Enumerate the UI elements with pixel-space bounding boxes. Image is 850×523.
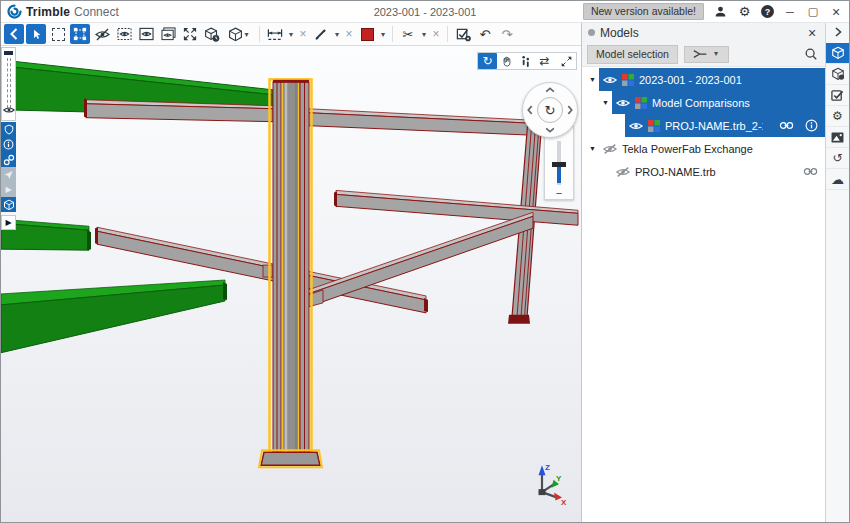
- search-icon[interactable]: [802, 47, 820, 61]
- model-cube-button[interactable]: [1, 197, 16, 212]
- model-selection-button[interactable]: Model selection: [587, 45, 678, 64]
- close-button[interactable]: ×: [829, 4, 843, 20]
- hide-object-button[interactable]: [92, 24, 112, 44]
- model-history-button[interactable]: [202, 24, 222, 44]
- maximize-button[interactable]: ▢: [806, 5, 820, 18]
- orbit-center-button[interactable]: ↻: [537, 97, 563, 123]
- markup-pen-button[interactable]: [311, 24, 331, 44]
- fit-view-button[interactable]: [180, 24, 200, 44]
- right-panel-strip: ⚙ ↺ ☁: [825, 23, 849, 522]
- visibility-eye-icon[interactable]: [629, 120, 643, 132]
- minimize-button[interactable]: ─: [783, 6, 797, 18]
- collapse-panel-chevron-icon[interactable]: [826, 23, 849, 41]
- look-around-button[interactable]: ⇄: [535, 53, 554, 69]
- fullscreen-button[interactable]: [557, 53, 576, 69]
- toolbar-separator: [447, 26, 448, 42]
- zoom-slider-track[interactable]: [557, 141, 561, 185]
- tree-row-body[interactable]: PROJ-NAME.trb_2-1 - (diff).trb: [625, 114, 825, 137]
- pan-mode-button[interactable]: [497, 53, 516, 69]
- visibility-eye-icon[interactable]: [3, 101, 15, 119]
- models-tab-icon[interactable]: [826, 43, 849, 64]
- app-window: Trimble Connect 2023-001 - 2023-001 New …: [0, 0, 850, 523]
- selected-column[interactable]: [259, 79, 322, 467]
- show-selection-only-button[interactable]: [114, 24, 134, 44]
- tree-row[interactable]: PROJ-NAME.trb: [582, 160, 825, 183]
- show-layers-button[interactable]: [158, 24, 178, 44]
- select-cursor-button[interactable]: [26, 24, 46, 44]
- info-button[interactable]: [1, 137, 16, 152]
- link-button[interactable]: [1, 152, 16, 167]
- views-tab-icon[interactable]: [826, 127, 849, 148]
- tree-row-body[interactable]: Tekla PowerFab Exchange: [599, 137, 825, 160]
- section-caret-icon[interactable]: ▾: [420, 30, 428, 39]
- twisty-spacer: [612, 114, 625, 137]
- model-tree: ▼2023-001 - 2023-001▼Model ComparisonsPR…: [582, 66, 825, 522]
- expand-stack-button[interactable]: ▶: [1, 215, 16, 230]
- properties-tab-icon[interactable]: ⚙: [826, 106, 849, 127]
- section-cut-button[interactable]: ✂: [398, 24, 418, 44]
- shared-link-icon[interactable]: [779, 121, 794, 130]
- panel-close-icon[interactable]: ×: [805, 25, 819, 41]
- zoom-slider-handle[interactable]: [552, 162, 566, 167]
- measure-clear-icon[interactable]: ×: [297, 27, 309, 41]
- zoom-out-button[interactable]: −: [556, 187, 562, 199]
- sync-cloud-icon[interactable]: ☁: [826, 169, 849, 190]
- area-select-button[interactable]: [70, 24, 90, 44]
- tree-row[interactable]: ▼Model Comparisons: [582, 91, 825, 114]
- back-button[interactable]: [4, 24, 24, 44]
- pen-caret-icon[interactable]: ▾: [333, 30, 341, 39]
- update-available-button[interactable]: New version available!: [583, 3, 704, 20]
- measure-caret-icon[interactable]: ▾: [287, 30, 295, 39]
- walk-mode-button[interactable]: [516, 53, 535, 69]
- zoom-slider-fill: [557, 165, 561, 183]
- tree-row-body[interactable]: 2023-001 - 2023-001: [599, 68, 825, 91]
- markup-color-button[interactable]: [357, 24, 377, 44]
- slider-handle[interactable]: [4, 51, 13, 55]
- view-cube-button[interactable]: ▾: [224, 24, 254, 44]
- models-panel: Models × Model selection ▾ ▼2023-001 - 2…: [581, 23, 825, 522]
- undo-button[interactable]: ↶: [475, 24, 495, 44]
- help-icon[interactable]: ?: [761, 5, 774, 18]
- redo-button[interactable]: ↷: [497, 24, 517, 44]
- expand-triangle-icon[interactable]: ▼: [586, 68, 599, 91]
- visibility-eye-icon[interactable]: [616, 97, 630, 109]
- navigation-mode-toolbar: ↻ ⇄: [477, 52, 577, 70]
- user-account-icon[interactable]: [713, 4, 728, 19]
- history-tab-icon[interactable]: ↺: [826, 148, 849, 169]
- visibility-eye-icon[interactable]: [603, 74, 617, 86]
- marquee-select-button[interactable]: [48, 24, 68, 44]
- pen-clear-icon[interactable]: ×: [343, 27, 355, 41]
- expand-triangle-icon[interactable]: ▼: [586, 137, 599, 160]
- shared-link-icon[interactable]: [803, 167, 818, 176]
- protection-shield-button[interactable]: [1, 122, 16, 137]
- model-merge-button[interactable]: ▾: [684, 46, 729, 63]
- navigation-wheel[interactable]: ↻: [522, 82, 578, 138]
- measure-tool-button[interactable]: [265, 24, 285, 44]
- 3d-viewport[interactable]: Z Y X: [1, 46, 581, 522]
- show-all-button[interactable]: [136, 24, 156, 44]
- section-clear-icon[interactable]: ×: [430, 27, 442, 41]
- markup-settings-button[interactable]: [453, 24, 473, 44]
- color-caret-icon[interactable]: ▾: [379, 30, 387, 39]
- toolbar-separator: [259, 26, 260, 42]
- brand-product: Connect: [74, 5, 119, 19]
- orbit-mode-button[interactable]: ↻: [478, 53, 497, 69]
- tree-row-body[interactable]: Model Comparisons: [612, 91, 825, 114]
- reference-models-tab-icon[interactable]: [826, 64, 849, 85]
- tree-row-label: 2023-001 - 2023-001: [639, 74, 742, 86]
- marquee-icon: [52, 28, 65, 41]
- caret-down-icon[interactable]: ▾: [243, 30, 251, 39]
- visibility-eye-off-icon[interactable]: [616, 166, 630, 178]
- brand-name: Trimble: [26, 5, 70, 19]
- visibility-eye-off-icon[interactable]: [603, 143, 617, 155]
- tree-row[interactable]: ▼2023-001 - 2023-001: [582, 68, 825, 91]
- model-scene[interactable]: Z Y X: [1, 46, 581, 522]
- tree-row[interactable]: ▼Tekla PowerFab Exchange: [582, 137, 825, 160]
- expand-triangle-icon[interactable]: ▼: [599, 91, 612, 114]
- info-icon[interactable]: [805, 119, 818, 132]
- clip-plane-slider[interactable]: [1, 47, 16, 121]
- todos-tab-icon[interactable]: [826, 85, 849, 106]
- tree-row-body[interactable]: PROJ-NAME.trb: [612, 160, 825, 183]
- settings-gear-icon[interactable]: ⚙: [737, 4, 752, 19]
- tree-row[interactable]: PROJ-NAME.trb_2-1 - (diff).trb: [582, 114, 825, 137]
